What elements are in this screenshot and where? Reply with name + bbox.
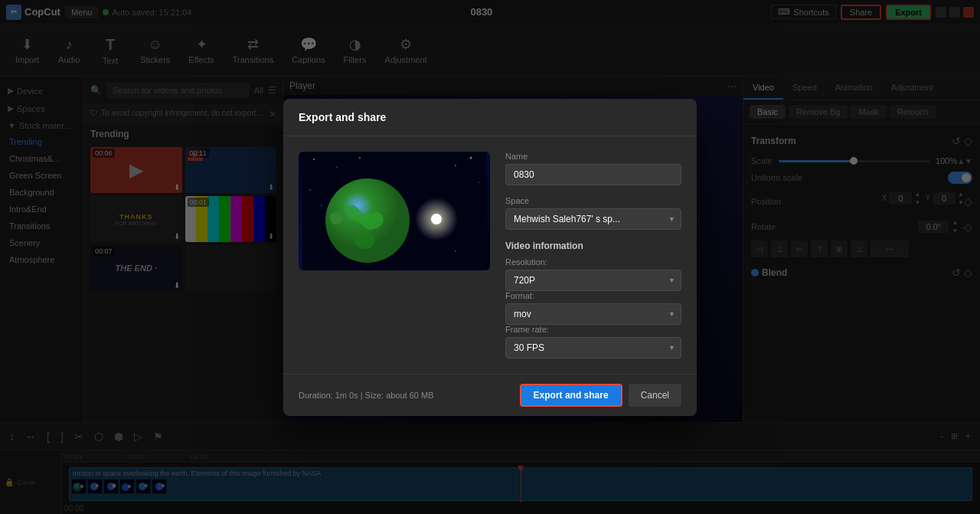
format-row: Format: mov mp4 avi — [505, 291, 681, 325]
video-info-title: Video information — [505, 241, 681, 251]
modal-preview — [299, 152, 490, 270]
modal-body: Name Space Mehwish Saleh767' s sp... Vid… — [283, 136, 697, 374]
modal-form: Name Space Mehwish Saleh767' s sp... Vid… — [505, 152, 681, 358]
svg-point-43 — [434, 217, 439, 221]
space-row: Space Mehwish Saleh767' s sp... — [505, 196, 681, 230]
modal-actions: Export and share Cancel — [520, 384, 681, 407]
svg-point-35 — [470, 157, 472, 159]
space-select-wrapper: Mehwish Saleh767' s sp... — [505, 208, 681, 230]
export-modal: Export and share — [283, 99, 697, 416]
cancel-button[interactable]: Cancel — [629, 384, 681, 407]
resolution-select[interactable]: 720P 1080P 4K — [505, 270, 681, 291]
format-select[interactable]: mov mp4 avi — [505, 303, 681, 325]
svg-point-34 — [455, 165, 456, 165]
framerate-select[interactable]: 24 FPS 30 FPS 60 FPS — [505, 337, 681, 358]
name-row: Name — [505, 152, 681, 185]
video-info-section: Video information Resolution: 720P 1080P… — [505, 241, 681, 358]
svg-point-38 — [321, 205, 322, 205]
name-input[interactable] — [505, 164, 681, 185]
svg-point-31 — [313, 159, 315, 160]
modal-preview-inner — [299, 152, 490, 270]
modal-footer: Duration: 1m 0s | Size: about 60 MB Expo… — [283, 374, 697, 416]
modal-overlay: Export and share — [0, 0, 980, 514]
modal-header: Export and share — [283, 99, 697, 136]
resolution-select-wrapper: 720P 1080P 4K — [505, 270, 681, 291]
svg-point-36 — [478, 182, 479, 182]
format-select-wrapper: mov mp4 avi — [505, 303, 681, 325]
svg-point-39 — [455, 250, 456, 251]
space-select[interactable]: Mehwish Saleh767' s sp... — [505, 208, 681, 230]
svg-point-37 — [309, 189, 311, 191]
svg-point-33 — [359, 157, 361, 159]
resolution-label: Resolution: — [505, 257, 681, 267]
modal-title: Export and share — [299, 111, 386, 123]
duration-info: Duration: 1m 0s | Size: about 60 MB — [299, 391, 434, 400]
name-label: Name — [505, 152, 681, 161]
space-label: Space — [505, 196, 681, 205]
resolution-row: Resolution: 720P 1080P 4K — [505, 257, 681, 291]
modal-preview-svg — [302, 152, 486, 270]
framerate-label: Frame rate: — [505, 325, 681, 334]
framerate-select-wrapper: 24 FPS 30 FPS 60 FPS — [505, 337, 681, 358]
format-label: Format: — [505, 291, 681, 300]
svg-point-32 — [336, 166, 337, 167]
framerate-row: Frame rate: 24 FPS 30 FPS 60 FPS — [505, 325, 681, 358]
export-share-button[interactable]: Export and share — [520, 384, 622, 407]
